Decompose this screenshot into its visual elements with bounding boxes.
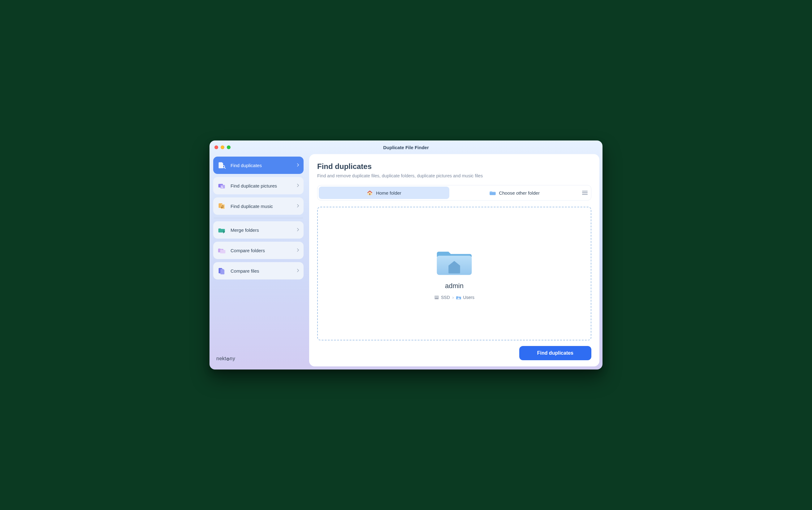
page-subtitle: Find and remove duplicate files, duplica… <box>317 173 591 178</box>
chevron-right-icon <box>297 183 299 188</box>
path-separator-icon: › <box>453 295 454 300</box>
selected-folder-path: SSD›Users <box>434 295 474 300</box>
segment-home-label: Home folder <box>376 190 401 196</box>
sidebar-item-find-music[interactable]: Find duplicate music <box>213 197 303 215</box>
sidebar-item-label: Find duplicate music <box>231 204 273 209</box>
chevron-right-icon <box>297 228 299 232</box>
folder-icon <box>490 190 496 196</box>
sidebar: Find duplicatesFind duplicate picturesFi… <box>212 154 305 366</box>
sidebar-item-compare-folders[interactable]: Compare folders <box>213 242 303 259</box>
home-icon <box>367 190 373 196</box>
sidebar-item-label: Merge folders <box>231 227 259 233</box>
window-title: Duplicate File Finder <box>383 145 429 150</box>
segment-choose-other[interactable]: Choose other folder <box>449 187 580 199</box>
folder-options-button[interactable] <box>580 187 590 198</box>
find-duplicates-button[interactable]: Find duplicates <box>519 346 591 360</box>
chevron-right-icon <box>297 248 299 253</box>
homefolder-icon <box>456 295 461 300</box>
folder-source-segmented: Home folder Choose other folder <box>317 185 591 201</box>
sidebar-divider <box>214 218 303 218</box>
compare-files-icon <box>218 267 226 275</box>
sidebar-item-label: Find duplicates <box>231 163 262 168</box>
chevron-right-icon <box>297 204 299 208</box>
sidebar-item-label: Find duplicate pictures <box>231 183 277 189</box>
sidebar-item-label: Compare files <box>231 268 259 274</box>
disk-icon <box>434 295 439 300</box>
window-minimize-button[interactable] <box>221 145 224 149</box>
sidebar-item-merge-folders[interactable]: Merge folders <box>213 221 303 238</box>
merge-folder-icon <box>218 226 226 234</box>
path-crumb-label: Users <box>463 295 474 300</box>
music-icon <box>218 202 226 210</box>
window-zoom-button[interactable] <box>227 145 231 149</box>
home-folder-icon <box>436 247 473 277</box>
titlebar: Duplicate File Finder <box>209 141 603 154</box>
path-crumb-label: SSD <box>441 295 450 300</box>
menu-icon <box>582 191 588 195</box>
chevron-right-icon <box>297 268 299 273</box>
app-window: Duplicate File Finder Find duplicatesFin… <box>209 141 603 369</box>
compare-folders-icon <box>218 247 226 254</box>
window-close-button[interactable] <box>214 145 218 149</box>
path-crumb[interactable]: SSD <box>434 295 450 300</box>
sidebar-item-find-duplicates[interactable]: Find duplicates <box>213 157 303 174</box>
segment-home-folder[interactable]: Home folder <box>319 187 449 199</box>
page-heading: Find duplicates <box>317 162 591 171</box>
window-controls <box>214 145 231 149</box>
sidebar-item-label: Compare folders <box>231 248 265 253</box>
scan-target-dropzone[interactable]: admin SSD›Users <box>317 207 591 340</box>
sidebar-item-find-pictures[interactable]: Find duplicate pictures <box>213 177 303 194</box>
segment-other-label: Choose other folder <box>499 190 540 196</box>
brand-o-glyph <box>227 358 229 361</box>
sidebar-item-compare-files[interactable]: Compare files <box>213 262 303 279</box>
main-panel: Find duplicates Find and remove duplicat… <box>309 154 600 366</box>
selected-folder-name: admin <box>445 282 464 290</box>
doc-search-icon <box>218 162 226 169</box>
brand-label: nektny <box>213 354 303 364</box>
chevron-right-icon <box>297 163 299 168</box>
path-crumb[interactable]: Users <box>456 295 474 300</box>
pictures-icon <box>218 182 226 189</box>
